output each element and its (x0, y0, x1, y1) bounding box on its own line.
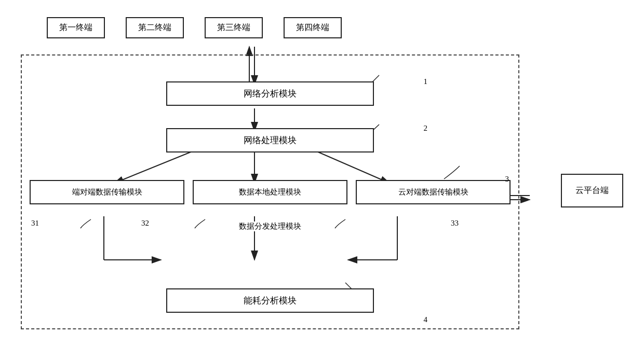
module-cloud-transfer: 云对端数据传输模块 (356, 180, 511, 204)
label-1: 1 (424, 77, 428, 86)
network-processing-label: 网络处理模块 (244, 135, 297, 145)
cloud-platform-box: 云平台端 (561, 174, 623, 207)
module-energy-analysis: 能耗分析模块 (166, 288, 374, 313)
network-analysis-label: 网络分析模块 (244, 89, 297, 99)
label-32: 32 (141, 219, 149, 228)
cloud-platform-label: 云平台端 (575, 186, 609, 195)
label-2: 2 (424, 124, 428, 133)
terminal-3-label: 第三终端 (217, 23, 250, 32)
terminals-row: 第一终端 第二终端 第三终端 第四终端 (26, 17, 514, 38)
energy-analysis-label: 能耗分析模块 (244, 296, 297, 306)
diagram-container: 第一终端 第二终端 第三终端 第四终端 网络分析模块 网络处理模块 端对端数据传… (10, 8, 634, 340)
p2p-transfer-label: 端对端数据传输模块 (72, 188, 142, 196)
label-4: 4 (424, 315, 428, 324)
terminal-4-label: 第四终端 (296, 23, 329, 32)
terminal-2: 第二终端 (126, 17, 184, 38)
module-local-processing: 数据本地处理模块 (193, 180, 347, 204)
terminal-3: 第三终端 (205, 17, 263, 38)
module-p2p-transfer: 端对端数据传输模块 (30, 180, 184, 204)
main-dashed-box: 网络分析模块 网络处理模块 端对端数据传输模块 数据本地处理模块 云对端数据传输… (21, 54, 519, 329)
terminal-1-label: 第一终端 (59, 23, 92, 32)
cloud-transfer-label: 云对端数据传输模块 (398, 188, 468, 196)
terminal-4: 第四终端 (284, 17, 342, 38)
label-31: 31 (31, 219, 39, 228)
module-network-analysis: 网络分析模块 (166, 81, 374, 106)
data-distribution-label: 数据分发处理模块 (237, 221, 303, 231)
module-network-processing: 网络处理模块 (166, 128, 374, 152)
local-processing-label: 数据本地处理模块 (239, 188, 301, 196)
terminal-2-label: 第二终端 (138, 23, 171, 32)
label-3: 3 (505, 175, 509, 184)
terminal-1: 第一终端 (47, 17, 105, 38)
label-33: 33 (451, 219, 459, 228)
